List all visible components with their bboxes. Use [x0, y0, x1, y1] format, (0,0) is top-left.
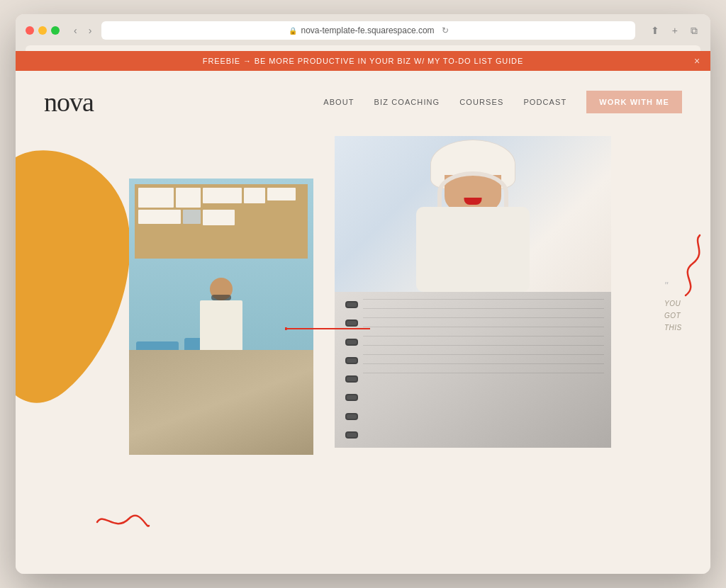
spiral: [345, 394, 358, 401]
red-squiggle-left: [94, 504, 150, 540]
banner-text: FREEBIE → BE MORE PRODUCTIVE IN YOUR BIZ…: [203, 57, 523, 65]
traffic-lights: [26, 26, 60, 35]
notebook-line: [363, 373, 604, 373]
left-photo: [129, 179, 313, 455]
site-header: nova ABOUT BIZ COACHING COURSES PODCAST …: [16, 71, 710, 129]
browser-right-actions: ⬆ + ⧉: [648, 23, 700, 38]
notebook-line: [363, 308, 604, 309]
person-shirt: [200, 300, 242, 357]
right-photo-wrapper: " YOU GOT THIS: [335, 136, 682, 448]
quote-line-2: GOT: [664, 310, 710, 322]
promo-banner: FREEBIE → BE MORE PRODUCTIVE IN YOUR BIZ…: [16, 51, 710, 71]
minimize-traffic-light[interactable]: [38, 26, 47, 35]
paper-note: [138, 188, 174, 208]
notebook-line: [363, 327, 604, 327]
new-tab-button[interactable]: +: [669, 23, 681, 38]
white-dress: [416, 207, 530, 292]
spiral: [345, 357, 358, 364]
paper-note: [138, 210, 181, 224]
left-photo-wrapper: [129, 179, 313, 455]
connector-line: [285, 327, 370, 330]
spiral: [345, 339, 358, 346]
notebook-line: [363, 345, 604, 346]
site-content: nova ABOUT BIZ COACHING COURSES PODCAST …: [16, 71, 710, 574]
floor: [129, 350, 313, 455]
nav-courses[interactable]: COURSES: [459, 98, 503, 106]
quote-line-1: YOU: [664, 298, 710, 310]
right-photo: [335, 136, 611, 448]
paper-note: [267, 188, 296, 200]
work-with-me-button[interactable]: WORK WITH ME: [586, 91, 682, 113]
notebook-spirals: [345, 292, 359, 448]
paper-note: [183, 210, 201, 224]
nav-about[interactable]: ABOUT: [323, 98, 354, 106]
hero-section: " YOU GOT THIS: [16, 129, 710, 561]
paper-note: [176, 188, 201, 208]
images-container: " YOU GOT THIS: [44, 136, 682, 547]
spiral: [345, 431, 358, 439]
site-nav: ABOUT BIZ COACHING COURSES PODCAST WORK …: [323, 91, 682, 113]
figure-area: [335, 136, 611, 307]
spiral: [345, 301, 358, 308]
spiral: [345, 320, 358, 327]
paper-note: [203, 188, 242, 203]
refresh-icon[interactable]: ↻: [442, 26, 449, 35]
notebook-line: [363, 363, 604, 364]
lock-icon: 🔒: [289, 27, 297, 35]
banner-close-button[interactable]: ×: [694, 55, 700, 67]
spiral: [345, 375, 358, 383]
paper-note: [244, 188, 265, 203]
paper-note: [203, 210, 235, 225]
address-bar[interactable]: 🔒 nova-template-fe.squarespace.com ↻: [101, 21, 635, 40]
site-logo[interactable]: nova: [44, 86, 94, 118]
corkboard: [135, 184, 308, 259]
notebook-lines: [363, 299, 604, 441]
notebook: [335, 292, 611, 448]
close-traffic-light[interactable]: [26, 26, 34, 35]
maximize-traffic-light[interactable]: [51, 26, 60, 35]
browser-chrome: ‹ › 🔒 nova-template-fe.squarespace.com ↻…: [16, 14, 710, 51]
browser-window: ‹ › 🔒 nova-template-fe.squarespace.com ↻…: [16, 14, 710, 574]
person-glasses: [211, 295, 231, 300]
url-text: nova-template-fe.squarespace.com: [301, 26, 435, 35]
red-squiggle-right: [664, 228, 707, 299]
notebook-line: [363, 317, 604, 318]
notebook-line: [363, 336, 604, 337]
spiral: [345, 413, 358, 420]
share-button[interactable]: ⬆: [648, 23, 662, 38]
browser-nav-buttons: ‹ ›: [71, 23, 94, 38]
notebook-line: [363, 299, 604, 300]
browser-tab[interactable]: [26, 45, 700, 51]
nav-biz-coaching[interactable]: BIZ COACHING: [374, 98, 440, 106]
tab-overview-button[interactable]: ⧉: [688, 23, 700, 38]
forward-button[interactable]: ›: [86, 23, 95, 38]
nav-podcast[interactable]: PODCAST: [523, 98, 566, 106]
notebook-line: [363, 354, 604, 355]
quote-line-3: THIS: [664, 322, 710, 334]
back-button[interactable]: ‹: [71, 23, 80, 38]
svg-point-1: [285, 327, 287, 330]
